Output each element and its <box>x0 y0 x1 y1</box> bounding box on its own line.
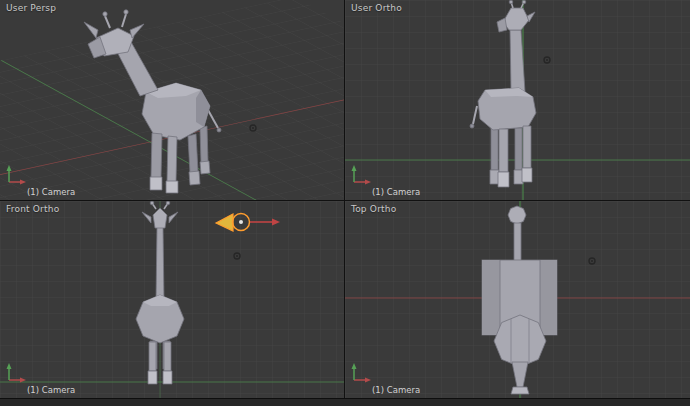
viewport-canvas-side[interactable] <box>345 0 690 200</box>
y-axis-arrowhead-icon <box>352 165 357 171</box>
viewport-canvas-persp[interactable] <box>0 0 344 200</box>
viewport-label: Top Ortho <box>351 204 396 214</box>
viewport-user-ortho[interactable]: User Ortho (1) Camera <box>345 0 690 200</box>
viewport-grid: User Persp (1) Camera <box>0 0 690 398</box>
lamp-origin-dot <box>239 220 243 224</box>
viewport-label: Front Ortho <box>6 204 59 214</box>
x-axis-arrowhead-icon <box>20 180 26 185</box>
viewport-user-persp[interactable]: User Persp (1) Camera <box>0 0 344 200</box>
active-camera-label: (1) Camera <box>27 385 75 395</box>
active-camera-label: (1) Camera <box>372 385 420 395</box>
active-camera-label: (1) Camera <box>27 187 75 197</box>
viewport-canvas-top[interactable] <box>345 201 690 398</box>
x-axis-arrowhead-icon <box>365 378 371 383</box>
y-axis-arrowhead-icon <box>352 363 357 369</box>
axis-gizmo[interactable] <box>350 163 374 187</box>
blender-quad-view: User Persp (1) Camera <box>0 0 690 406</box>
y-axis-arrowhead-icon <box>7 363 12 369</box>
viewport-label: User Ortho <box>351 3 402 13</box>
axis-gizmo[interactable] <box>5 361 29 385</box>
x-axis-arrowhead-icon <box>20 378 26 383</box>
timeline-strip <box>0 398 690 406</box>
viewport-top-ortho[interactable]: Top Ortho (1) Camera <box>345 201 690 398</box>
x-axis-arrowhead-icon <box>365 180 371 185</box>
y-axis-arrowhead-icon <box>7 165 12 171</box>
viewport-label: User Persp <box>6 3 56 13</box>
viewport-canvas-front[interactable] <box>0 201 344 398</box>
ortho-grid <box>0 201 344 398</box>
viewport-front-ortho[interactable]: Front Ortho (1) Camera <box>0 201 344 398</box>
axis-gizmo[interactable] <box>350 361 374 385</box>
active-camera-label: (1) Camera <box>372 187 420 197</box>
axis-gizmo[interactable] <box>5 163 29 187</box>
